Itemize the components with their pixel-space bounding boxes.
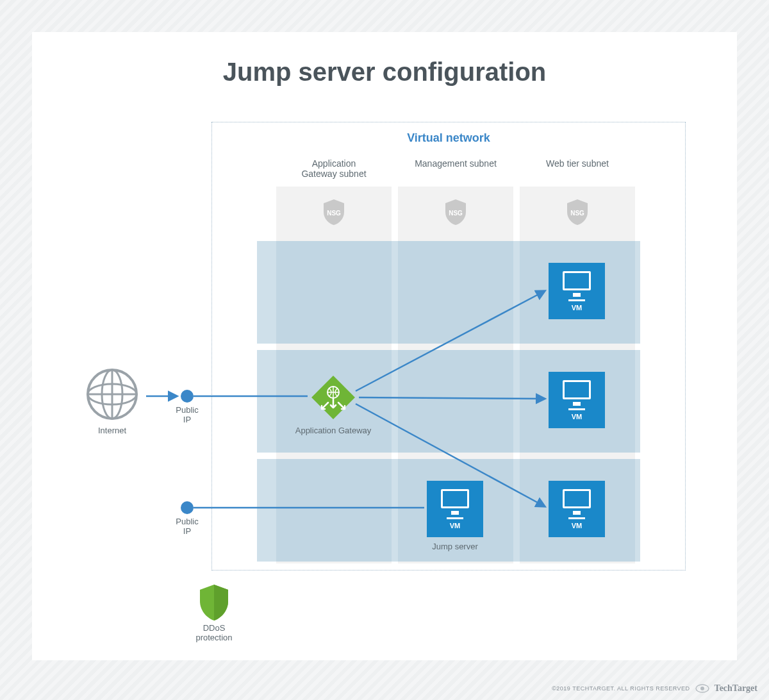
vm-node: VM <box>549 481 605 537</box>
grid-cell <box>276 459 392 562</box>
techtarget-logo: TechTarget <box>715 683 757 694</box>
management-subnet-label: Management subnet <box>398 158 513 169</box>
public-ip-label: Public IP <box>161 517 213 536</box>
footer: ©2019 TECHTARGET. ALL RIGHTS RESERVED Te… <box>552 683 757 694</box>
app-gateway-label: Application Gateway <box>276 426 391 435</box>
grid-cell <box>276 241 392 344</box>
monitor-icon <box>441 489 469 508</box>
jump-server-vm: VM <box>427 481 483 537</box>
app-gateway-icon <box>308 372 359 423</box>
grid-cell <box>398 350 513 453</box>
public-ip-dot <box>181 390 194 403</box>
grid-cell <box>398 241 513 344</box>
subnet-header-row: Application Gateway subnet Management su… <box>212 158 685 184</box>
monitor-icon <box>563 380 591 399</box>
application-gateway-node <box>308 372 359 423</box>
app-gateway-subnet-label: Application Gateway subnet <box>276 158 392 179</box>
nsg-shield: NSG <box>520 198 635 236</box>
nsg-shield: NSG <box>276 198 392 236</box>
diagram-canvas: Jump server configuration Virtual networ… <box>32 32 737 660</box>
jump-server-label: Jump server <box>397 542 513 551</box>
vm-node: VM <box>549 372 605 428</box>
copyright-text: ©2019 TECHTARGET. ALL RIGHTS RESERVED <box>552 685 690 692</box>
shield-icon <box>197 583 231 622</box>
vm-node: VM <box>549 263 605 319</box>
internet-label: Internet <box>83 426 141 435</box>
monitor-icon <box>563 489 591 508</box>
internet-node <box>83 365 141 426</box>
monitor-icon <box>563 271 591 290</box>
virtual-network-label: Virtual network <box>212 131 685 145</box>
diagram-title: Jump server configuration <box>32 58 737 87</box>
eye-icon <box>695 684 709 693</box>
svg-point-10 <box>700 687 704 690</box>
ddos-label: DDoS protection <box>176 623 252 642</box>
public-ip-label: Public IP <box>161 405 213 424</box>
ddos-protection-node <box>197 583 231 624</box>
public-ip-dot <box>181 501 194 514</box>
globe-icon <box>83 365 141 423</box>
nsg-shield: NSG <box>398 198 513 236</box>
web-tier-subnet-label: Web tier subnet <box>520 158 635 169</box>
